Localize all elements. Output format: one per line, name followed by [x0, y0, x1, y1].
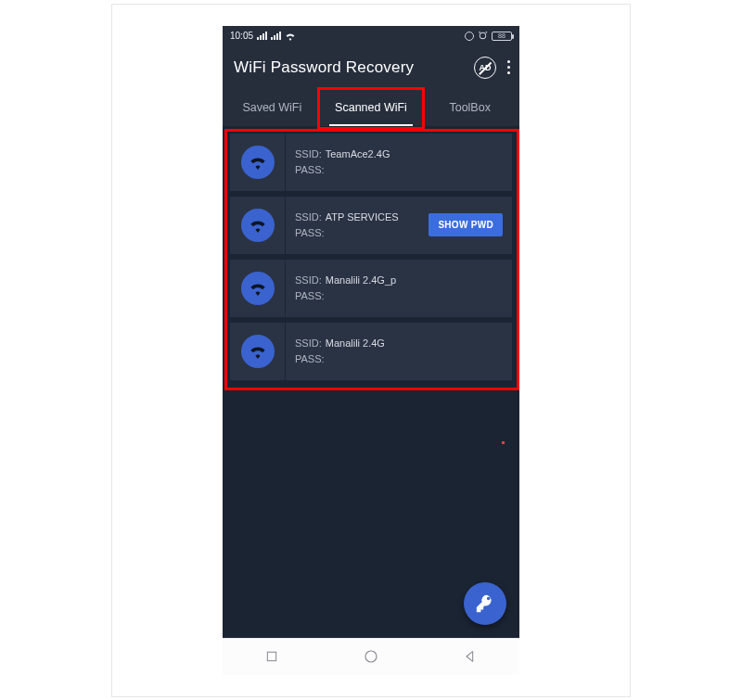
list-item-text: SSID:Manalili 2.4G PASS:	[295, 336, 385, 366]
tab-bar: Saved WiFi Scanned WiFi ToolBox	[223, 89, 519, 126]
list-item[interactable]: SSID:Manalili 2.4G PASS:	[230, 323, 512, 380]
list-item-icon	[230, 134, 286, 191]
fab-key-button[interactable]	[464, 582, 506, 625]
tab-label: ToolBox	[449, 101, 490, 114]
tab-saved-wifi[interactable]: Saved WiFi	[223, 89, 322, 126]
battery-icon: 88	[492, 32, 512, 41]
list-item-text: SSID:Manalili 2.4G_p PASS:	[295, 273, 396, 303]
system-nav-bar	[223, 638, 519, 675]
list-item-icon	[230, 323, 286, 380]
network-list[interactable]: SSID:TeamAce2.4G PASS:	[223, 126, 519, 388]
list-item-body: SSID:Manalili 2.4G PASS:	[286, 323, 512, 380]
app-actions: AD	[474, 57, 514, 79]
status-bar: 10:05 88	[223, 26, 519, 46]
nav-home-button[interactable]	[363, 648, 379, 665]
nav-recent-button[interactable]	[264, 649, 279, 664]
app-title: WiFi Password Recovery	[234, 58, 414, 77]
signal-icon	[257, 32, 267, 40]
signal-icon	[271, 32, 281, 40]
stage: 10:05 88 WiFi Password Recover	[0, 0, 742, 700]
screenshot-frame: 10:05 88 WiFi Password Recover	[111, 4, 631, 697]
nav-back-button[interactable]	[463, 649, 478, 664]
wifi-icon	[241, 335, 275, 368]
alarm-icon	[478, 31, 488, 41]
tab-label: Saved WiFi	[242, 101, 301, 114]
more-icon[interactable]	[504, 57, 514, 78]
list-item-body: SSID:TeamAce2.4G PASS:	[286, 134, 512, 191]
phone-screen: 10:05 88 WiFi Password Recover	[223, 26, 519, 675]
list-item-body: SSID:Manalili 2.4G_p PASS:	[286, 260, 512, 317]
svg-rect-0	[267, 652, 275, 660]
lock-icon	[465, 32, 474, 41]
show-password-button[interactable]: SHOW PWD	[429, 213, 503, 236]
list-item-text: SSID:ATP SERVICES PASS:	[295, 210, 399, 240]
status-right: 88	[465, 31, 512, 41]
svg-point-1	[365, 651, 377, 662]
list-item[interactable]: SSID:TeamAce2.4G PASS:	[230, 134, 512, 191]
wifi-icon	[285, 32, 296, 41]
tab-toolbox[interactable]: ToolBox	[420, 89, 519, 126]
app-bar: WiFi Password Recovery AD	[223, 46, 519, 89]
list-item-icon	[230, 260, 286, 317]
tab-scanned-wifi[interactable]: Scanned WiFi	[322, 89, 421, 126]
list-item[interactable]: SSID:Manalili 2.4G_p PASS:	[230, 260, 512, 317]
tab-label: Scanned WiFi	[335, 101, 407, 114]
wifi-icon	[241, 272, 275, 305]
no-ads-icon[interactable]: AD	[474, 57, 496, 79]
list-item[interactable]: SSID:ATP SERVICES PASS: SHOW PWD	[230, 197, 512, 254]
indicator-dot	[502, 441, 505, 444]
content-area: SSID:TeamAce2.4G PASS:	[223, 126, 519, 638]
wifi-icon	[241, 146, 275, 179]
wifi-icon	[241, 209, 275, 242]
key-icon	[475, 593, 495, 614]
list-item-icon	[230, 197, 286, 254]
list-item-text: SSID:TeamAce2.4G PASS:	[295, 146, 390, 177]
list-item-body: SSID:ATP SERVICES PASS: SHOW PWD	[286, 197, 512, 254]
clock: 10:05	[230, 31, 253, 41]
status-left: 10:05	[230, 31, 296, 41]
